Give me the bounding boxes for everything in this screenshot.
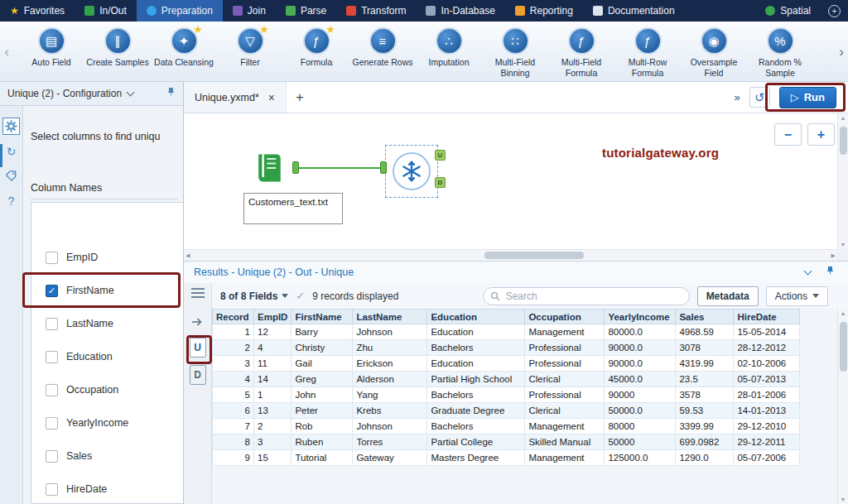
column-header[interactable]: YearlyIncome [605, 310, 676, 324]
tool-data-cleansing[interactable]: ★ ✦ Data Cleansing [151, 27, 217, 68]
canvas-horizontal-scrollbar[interactable]: ◀ ▶ [184, 249, 837, 261]
connection-input-icon[interactable] [191, 316, 205, 330]
scroll-up-icon[interactable]: ▲ [841, 310, 846, 316]
column-header[interactable]: Occupation [525, 310, 605, 324]
input-output-anchor[interactable] [292, 161, 299, 174]
table-row[interactable]: 5 1 John Yang Bachelors Professional 900… [213, 387, 800, 403]
scroll-left-icon[interactable]: ◀ [186, 252, 190, 258]
zoom-out-button[interactable]: − [774, 123, 802, 146]
nav-tab-favorites[interactable]: ★ Favorites [0, 0, 75, 22]
table-row[interactable]: 9 15 Tutorial Gateway Masters Degree Man… [213, 450, 800, 466]
history-icon[interactable]: ↺ [749, 87, 770, 108]
column-row-education[interactable]: Education [31, 340, 183, 373]
new-tab-button[interactable]: + [287, 82, 313, 113]
scroll-right-icon[interactable]: ▶ [831, 252, 836, 258]
workflow-canvas[interactable]: U D Customers_text.txt tutorialgateway.o… [184, 113, 848, 261]
chevron-down-icon[interactable] [804, 266, 812, 275]
run-button[interactable]: ▷ Run [779, 87, 836, 108]
tool-oversample-field[interactable]: ◉ Oversample Field [681, 27, 747, 78]
checkbox-icon[interactable] [46, 384, 58, 396]
tool-filter[interactable]: ★ ▽ Filter [217, 27, 283, 68]
nav-tab-transform[interactable]: Transform [336, 0, 416, 22]
tool-multi-field-formula[interactable]: ƒ Multi-Field Formula [548, 27, 614, 78]
column-row-firstname[interactable]: ✓ FirstName [31, 274, 183, 307]
sync-icon[interactable]: ↻ [2, 142, 20, 160]
nav-tab-reporting[interactable]: Reporting [505, 0, 583, 22]
tool-random-sample[interactable]: % Random % Sample [747, 27, 813, 78]
unique-tool-selected[interactable] [385, 145, 438, 198]
help-icon[interactable]: ? [2, 192, 20, 209]
tool-formula[interactable]: ★ ƒ Formula [283, 27, 349, 68]
ribbon-scroll-left-icon[interactable]: ‹ [0, 22, 13, 82]
tool-multi-field-binning[interactable]: ∷ Multi-Field Binning [482, 27, 548, 78]
scrollbar-thumb[interactable] [840, 127, 847, 155]
metadata-button[interactable]: Metadata [697, 286, 759, 306]
workflow-tab[interactable]: Unique.yxmd* × [184, 82, 287, 113]
pin-icon[interactable] [166, 87, 176, 100]
checkbox-icon[interactable] [46, 417, 58, 430]
column-header[interactable]: EmpID [254, 310, 292, 324]
canvas-vertical-scrollbar[interactable]: ▲ ▼ [837, 113, 848, 249]
checkbox-icon[interactable] [46, 450, 58, 463]
gear-icon[interactable] [2, 118, 20, 135]
nav-tab-inout[interactable]: In/Out [75, 0, 137, 22]
checkbox-icon[interactable] [46, 483, 58, 496]
ribbon-scroll-right-icon[interactable]: › [835, 22, 848, 82]
pin-icon[interactable] [826, 266, 835, 279]
unique-output-anchor-u[interactable]: U [435, 150, 446, 161]
column-header[interactable]: LastName [353, 310, 427, 324]
column-row-hiredate[interactable]: HireDate [31, 473, 183, 504]
column-header[interactable]: Record [213, 310, 254, 324]
column-row-sales[interactable]: Sales [31, 439, 183, 473]
layout-rows-icon[interactable] [191, 288, 205, 298]
nav-tab-join[interactable]: Join [223, 0, 276, 22]
table-row[interactable]: 6 13 Peter Krebs Graduate Degree Clerica… [213, 403, 800, 419]
close-icon[interactable]: × [268, 92, 275, 103]
scrollbar-thumb[interactable] [840, 322, 847, 372]
nav-tab-parse[interactable]: Parse [276, 0, 336, 22]
scroll-up-icon[interactable]: ▲ [841, 115, 846, 121]
tag-icon[interactable] [2, 167, 20, 185]
scroll-down-icon[interactable]: ▼ [841, 242, 846, 247]
checkbox-icon[interactable] [46, 252, 58, 264]
unique-output-anchor-d[interactable]: D [435, 177, 446, 188]
tab-overflow-icon[interactable]: » [734, 91, 740, 103]
column-header[interactable]: Sales [676, 310, 734, 324]
tool-imputation[interactable]: ∴ Imputation [416, 27, 482, 68]
column-row-empid[interactable]: EmpID [31, 241, 183, 274]
fields-dropdown[interactable]: 8 of 8 Fields [220, 290, 288, 302]
column-header[interactable]: HireDate [734, 310, 800, 324]
tool-multi-row-formula[interactable]: ƒ Multi-Row Formula [614, 27, 681, 78]
tool-generate-rows[interactable]: ≡ Generate Rows [349, 27, 416, 68]
unique-output-button[interactable]: U [190, 338, 206, 358]
checkbox-icon[interactable] [46, 318, 58, 330]
checkbox-checked-icon[interactable]: ✓ [46, 285, 58, 297]
table-row[interactable]: 4 14 Greg Alderson Partial High School C… [213, 372, 800, 387]
table-row[interactable]: 7 2 Rob Johnson Bachelors Management 800… [213, 419, 800, 434]
tool-create-samples[interactable]: ∥ Create Samples [84, 27, 151, 68]
nav-tab-spatial[interactable]: Spatial [755, 0, 821, 22]
scrollbar-thumb[interactable] [484, 252, 584, 259]
table-row[interactable]: 1 12 Barry Johnson Education Management … [213, 324, 800, 340]
tool-auto-field[interactable]: ▤ Auto Field [18, 27, 84, 68]
nav-tab-preparation[interactable]: Preparation [137, 0, 223, 22]
checkbox-icon[interactable] [46, 351, 58, 363]
nav-tab-indatabase[interactable]: In-Database [416, 0, 504, 22]
nav-add-category-button[interactable]: + [821, 0, 848, 22]
column-header[interactable]: FirstName [292, 310, 353, 324]
nav-tab-documentation[interactable]: Documentation [583, 0, 685, 22]
column-row-lastname[interactable]: LastName [31, 307, 183, 340]
results-vertical-scrollbar[interactable]: ▲ ▼ [837, 309, 848, 504]
table-row[interactable]: 2 4 Christy Zhu Bachelors Professional 9… [213, 340, 800, 356]
column-row-occupation[interactable]: Occupation [31, 373, 183, 406]
actions-dropdown[interactable]: Actions [766, 286, 828, 306]
scroll-down-icon[interactable]: ▼ [841, 497, 846, 502]
table-row[interactable]: 8 3 Ruben Torres Partial College Skilled… [213, 434, 800, 450]
input-data-tool[interactable] [245, 145, 293, 191]
column-row-yearlyincome[interactable]: YearlyIncome [31, 406, 183, 439]
table-row[interactable]: 3 11 Gail Erickson Education Professiona… [213, 356, 800, 372]
zoom-in-button[interactable]: + [807, 123, 835, 146]
search-input[interactable] [483, 287, 690, 305]
column-header[interactable]: Education [427, 310, 525, 324]
chevron-down-icon[interactable] [127, 88, 135, 96]
